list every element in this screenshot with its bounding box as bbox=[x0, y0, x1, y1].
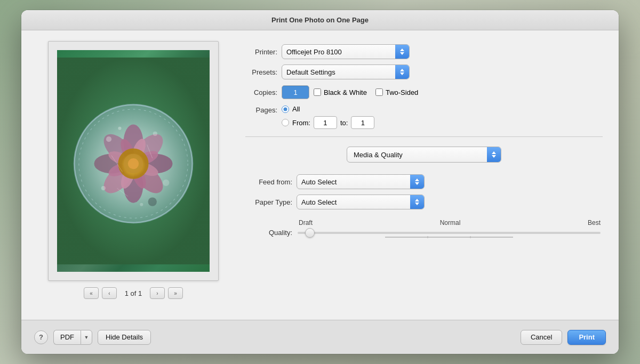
page-navigation: « ‹ 1 of 1 › » bbox=[84, 287, 183, 299]
window-title: Print One Photo on One Page bbox=[271, 16, 369, 24]
pages-from-radio[interactable] bbox=[282, 119, 289, 126]
printer-row: Printer: Officejet Pro 8100 bbox=[245, 44, 603, 59]
photo-frame bbox=[48, 41, 219, 281]
last-page-button[interactable]: » bbox=[168, 287, 183, 299]
normal-label: Normal bbox=[440, 219, 461, 227]
photo-preview bbox=[57, 50, 210, 272]
svg-point-27 bbox=[101, 186, 106, 190]
two-sided-label: Two-Sided bbox=[386, 88, 418, 96]
presets-label: Presets: bbox=[245, 68, 277, 76]
quality-slider-thumb[interactable] bbox=[305, 228, 315, 238]
svg-point-28 bbox=[140, 203, 143, 206]
presets-row: Presets: Default Settings bbox=[245, 64, 603, 79]
presets-select[interactable]: Default Settings bbox=[282, 64, 410, 79]
pages-from-input[interactable] bbox=[314, 116, 337, 129]
presets-select-wrapper: Default Settings bbox=[282, 64, 410, 79]
pages-row: Pages: All From: to: bbox=[245, 105, 603, 129]
pdf-button[interactable]: PDF bbox=[53, 330, 81, 345]
section-select[interactable]: Media & Quality Layout Color Matching Pa… bbox=[347, 147, 501, 163]
pages-label: Pages: bbox=[245, 105, 277, 114]
printer-select[interactable]: Officejet Pro 8100 bbox=[282, 44, 410, 59]
quality-row: Quality: bbox=[245, 229, 603, 237]
section-select-wrapper: Media & Quality Layout Color Matching Pa… bbox=[347, 147, 501, 163]
best-label: Best bbox=[588, 219, 601, 227]
two-sided-checkbox[interactable] bbox=[375, 88, 383, 96]
pages-to-input[interactable] bbox=[351, 116, 374, 129]
hide-details-button[interactable]: Hide Details bbox=[98, 330, 151, 345]
paper-type-label: Paper Type: bbox=[245, 198, 292, 206]
title-bar: Print One Photo on One Page bbox=[21, 10, 619, 30]
pdf-group: PDF ▼ bbox=[53, 330, 92, 345]
svg-point-24 bbox=[106, 136, 111, 142]
black-white-label: Black & White bbox=[324, 88, 367, 96]
svg-point-30 bbox=[148, 197, 157, 206]
paper-type-select-wrapper: Auto Select Plain Paper Photo Paper Broc… bbox=[297, 195, 425, 209]
preview-panel: « ‹ 1 of 1 › » bbox=[37, 41, 229, 309]
quality-section: Draft Normal Best Quality: bbox=[245, 219, 603, 237]
prev-page-button[interactable]: ‹ bbox=[102, 287, 117, 299]
help-button[interactable]: ? bbox=[34, 330, 48, 344]
pages-to-label: to: bbox=[340, 119, 348, 127]
pdf-dropdown-icon: ▼ bbox=[84, 335, 89, 340]
copies-options: Black & White Two-Sided bbox=[314, 88, 418, 96]
preview-image bbox=[57, 50, 210, 272]
feed-from-label: Feed from: bbox=[245, 178, 292, 186]
pdf-dropdown-button[interactable]: ▼ bbox=[81, 330, 92, 345]
svg-point-23 bbox=[128, 158, 139, 169]
svg-point-25 bbox=[153, 132, 157, 136]
paper-type-select[interactable]: Auto Select Plain Paper Photo Paper Broc… bbox=[297, 195, 425, 209]
cancel-button[interactable]: Cancel bbox=[521, 330, 562, 345]
pages-all-label: All bbox=[292, 105, 300, 113]
section-row: Media & Quality Layout Color Matching Pa… bbox=[245, 147, 603, 163]
slider-line-svg bbox=[298, 236, 601, 238]
print-button[interactable]: Print bbox=[567, 330, 606, 345]
quality-labels: Draft Normal Best bbox=[299, 219, 601, 229]
svg-point-29 bbox=[118, 127, 121, 130]
quality-slider-track bbox=[298, 232, 601, 234]
first-page-button[interactable]: « bbox=[84, 287, 99, 299]
paper-type-row: Paper Type: Auto Select Plain Paper Phot… bbox=[245, 195, 603, 209]
controls-panel: Printer: Officejet Pro 8100 Presets: bbox=[245, 41, 603, 309]
black-white-option[interactable]: Black & White bbox=[314, 88, 367, 96]
draft-label: Draft bbox=[299, 219, 313, 227]
printer-select-wrapper: Officejet Pro 8100 bbox=[282, 44, 410, 59]
pages-from-row: From: to: bbox=[282, 116, 374, 129]
page-indicator: 1 of 1 bbox=[120, 289, 147, 297]
pages-from-label: From: bbox=[292, 119, 310, 127]
pages-all-radio[interactable] bbox=[282, 106, 289, 113]
printer-label: Printer: bbox=[245, 48, 277, 56]
feed-from-select-wrapper: Auto Select Tray 1 Manual Feed bbox=[297, 174, 425, 189]
pages-options: All From: to: bbox=[282, 105, 374, 129]
print-dialog: Print One Photo on One Page bbox=[21, 10, 619, 354]
bottom-bar: ? PDF ▼ Hide Details Cancel Print bbox=[21, 320, 619, 354]
quality-label: Quality: bbox=[245, 229, 292, 237]
next-page-button[interactable]: › bbox=[150, 287, 165, 299]
pages-all-option[interactable]: All bbox=[282, 105, 374, 113]
section-divider bbox=[245, 136, 603, 137]
feed-from-row: Feed from: Auto Select Tray 1 Manual Fee… bbox=[245, 174, 603, 189]
copies-row: Copies: Black & White Two-Sided bbox=[245, 85, 603, 100]
copies-input[interactable] bbox=[282, 85, 309, 99]
feed-from-select[interactable]: Auto Select Tray 1 Manual Feed bbox=[297, 174, 425, 189]
black-white-checkbox[interactable] bbox=[314, 88, 321, 96]
svg-point-26 bbox=[163, 180, 169, 186]
copies-label: Copies: bbox=[245, 88, 277, 96]
dialog-content: « ‹ 1 of 1 › » Printer: Officejet Pro 81… bbox=[21, 30, 619, 320]
two-sided-option[interactable]: Two-Sided bbox=[375, 88, 418, 96]
